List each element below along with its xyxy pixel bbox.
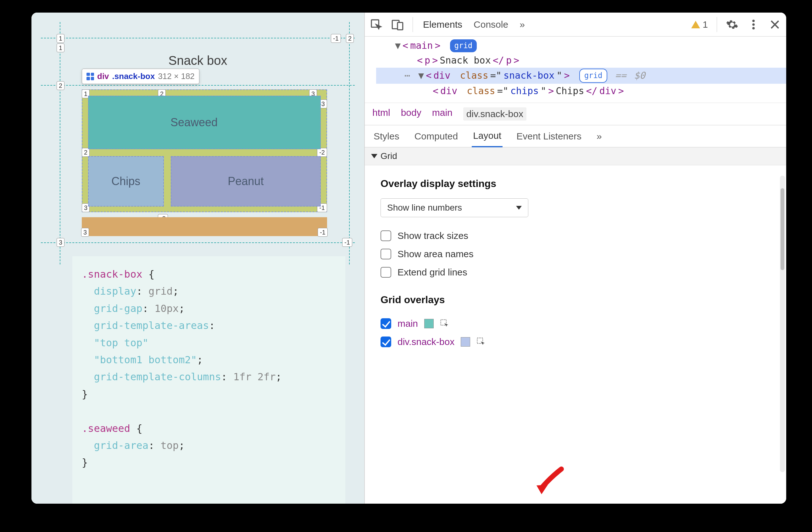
breadcrumb-item[interactable]: main [432, 107, 452, 121]
grid-cell-chips: Chips [88, 156, 164, 207]
breadcrumb-item[interactable]: body [401, 107, 421, 121]
kebab-icon[interactable] [747, 18, 760, 31]
color-swatch[interactable] [461, 337, 470, 347]
snack-box-grid: 1 2 3 -3 2 -2 3 -2 -1 Seaweed Chips Pean… [82, 89, 327, 212]
grid-line-number: -2 [317, 148, 327, 157]
grid-section-header[interactable]: Grid [365, 147, 786, 165]
breadcrumb-item[interactable]: html [372, 107, 390, 121]
tab-console[interactable]: Console [472, 17, 509, 32]
ellipsis-icon[interactable]: ⋯ [404, 68, 410, 83]
dom-tree[interactable]: ▼<main> grid <p>Snack box</p> ⋯ ▼<div cl… [365, 37, 786, 103]
tab-elements[interactable]: Elements [422, 17, 464, 32]
warning-count: 1 [702, 19, 708, 30]
checkbox-label: Extend grid lines [397, 267, 467, 278]
devtools-window: 1 1 -1 2 2 3 -1 Snack box div.snack-box … [31, 13, 786, 504]
tooltip-class: .snack-box [112, 71, 155, 81]
divider [412, 17, 413, 32]
grid-line-number: 2 [82, 148, 90, 157]
grid-line-number: -1 [342, 238, 352, 247]
grid-overlay-visualization: 1 1 -1 2 2 3 -1 Snack box div.snack-box … [41, 22, 355, 264]
dom-tag-child[interactable]: div [440, 84, 457, 99]
svg-point-3 [752, 19, 755, 22]
subtab-more[interactable]: » [595, 126, 603, 147]
grid-icon [86, 73, 94, 80]
element-tooltip: div.snack-box 312 × 182 [82, 69, 199, 84]
divider [717, 17, 717, 32]
grid-cell-peanut: Peanut [171, 156, 321, 207]
grid-gap-strip: 3 -1 [82, 217, 327, 236]
breadcrumb-item-active[interactable]: div.snack-box [463, 107, 526, 121]
grid-line-number: -1 [318, 228, 328, 237]
grid-line [41, 85, 355, 86]
warning-badge[interactable]: 1 [691, 19, 708, 30]
checkbox[interactable] [380, 230, 391, 241]
tab-more[interactable]: » [518, 17, 526, 32]
grid-line [41, 242, 355, 243]
checkbox[interactable] [380, 249, 391, 260]
scrollbar[interactable] [780, 176, 785, 472]
dom-selected-row[interactable]: ⋯ ▼<div class="snack-box"> grid == $0 [376, 68, 786, 84]
grid-cell-seaweed: Seaweed [88, 96, 321, 149]
checkbox-label: Show track sizes [397, 230, 468, 241]
page-title: Snack box [41, 54, 355, 68]
line-numbers-select[interactable]: Show line numbers [380, 198, 528, 217]
grid-line-number: 3 [81, 228, 89, 237]
reveal-element-icon[interactable] [476, 337, 486, 347]
grid-overlays-title: Grid overlays [365, 281, 786, 314]
dom-tag-main[interactable]: main [410, 38, 433, 53]
overlay-name[interactable]: div.snack-box [397, 337, 454, 347]
checkbox[interactable] [380, 337, 391, 347]
grid-line-number: 1 [57, 34, 64, 43]
svg-rect-2 [397, 22, 403, 30]
subtab-layout[interactable]: Layout [472, 125, 503, 147]
grid-line [41, 38, 355, 38]
grid-line-number: -1 [331, 34, 341, 43]
scrollbar-thumb[interactable] [781, 188, 784, 270]
overlay-row-main: main [365, 314, 786, 333]
overlay-row-snack-box: div.snack-box [365, 333, 786, 351]
gear-icon[interactable] [726, 18, 738, 31]
dom-text: Chips [556, 84, 584, 99]
overlay-name[interactable]: main [397, 318, 418, 329]
page-preview-pane: 1 1 -1 2 2 3 -1 Snack box div.snack-box … [31, 13, 365, 504]
css-code-block: .snack-box { display: grid; grid-gap: 10… [72, 256, 345, 504]
select-value: Show line numbers [387, 203, 462, 213]
layout-panel: Grid Overlay display settings Show line … [365, 147, 786, 504]
breadcrumb: html body main div.snack-box [365, 103, 786, 125]
overlay-settings-title: Overlay display settings [365, 165, 786, 198]
tooltip-tag: div [97, 71, 109, 81]
dollar-zero: $0 [634, 68, 645, 83]
checkbox-row-area-names: Show area names [365, 245, 786, 263]
chevron-down-icon [516, 206, 522, 210]
subtab-computed[interactable]: Computed [413, 126, 459, 147]
grid-line-number: 2 [57, 81, 64, 90]
device-toggle-icon[interactable] [391, 18, 404, 31]
grid-pill[interactable]: grid [450, 39, 477, 52]
section-title: Grid [380, 151, 397, 161]
subtabs: Styles Computed Layout Event Listeners » [365, 125, 786, 147]
color-swatch[interactable] [424, 319, 434, 328]
svg-point-4 [752, 23, 755, 26]
annotation-arrow [535, 466, 566, 495]
checkbox-row-track-sizes: Show track sizes [365, 227, 786, 245]
dom-tag-div: div [433, 68, 450, 83]
grid-line-number: 1 [57, 43, 64, 52]
warning-icon [691, 21, 700, 28]
inspect-icon[interactable] [370, 18, 382, 31]
devtools-toolbar: Elements Console » 1 [365, 13, 786, 37]
checkbox-row-extend-lines: Extend grid lines [365, 263, 786, 281]
grid-pill-outline[interactable]: grid [579, 69, 608, 83]
grid-line-number: 2 [346, 34, 354, 43]
subtab-event-listeners[interactable]: Event Listeners [515, 126, 583, 147]
checkbox[interactable] [380, 318, 391, 329]
dom-text: Snack box [440, 53, 491, 68]
checkbox[interactable] [380, 267, 391, 278]
close-icon[interactable] [769, 18, 781, 31]
reveal-element-icon[interactable] [440, 319, 449, 328]
grid-line-number: 3 [57, 238, 64, 247]
checkbox-label: Show area names [397, 249, 474, 260]
dom-tag-p[interactable]: p [424, 53, 430, 68]
devtools-pane: Elements Console » 1 ▼<main> grid [365, 13, 786, 504]
subtab-styles[interactable]: Styles [372, 126, 401, 147]
chevron-down-icon [371, 154, 377, 158]
